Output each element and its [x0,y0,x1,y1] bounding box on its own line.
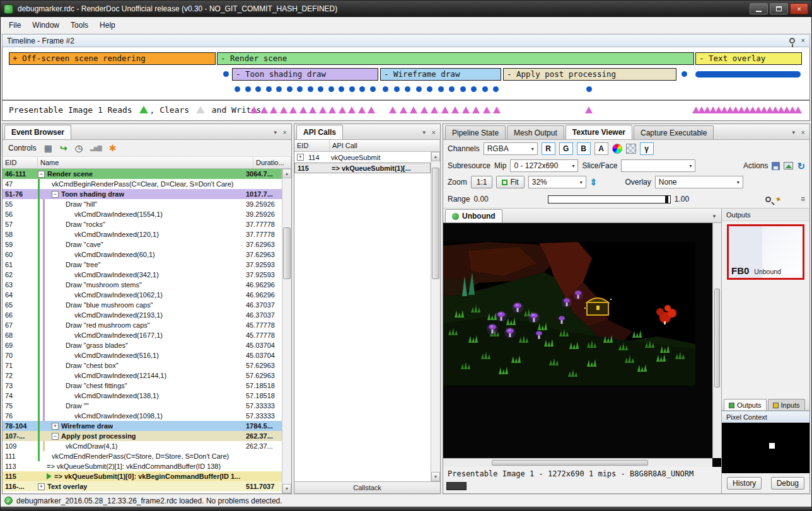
red-channel-button[interactable]: R [542,142,555,155]
minimize-button[interactable] [750,3,768,14]
channels-select[interactable]: RGBA ▾ [484,142,538,155]
event-row[interactable]: 68vkCmdDrawIndexed(1677,1)45.77778 [3,330,282,340]
search-icon[interactable] [765,197,771,202]
event-row[interactable]: 51-76−Toon shading draw1017.7... [3,189,282,199]
event-row[interactable]: 59Draw "cave"37.62963 [3,239,282,250]
range-menu-icon[interactable]: ≡ [801,195,805,204]
blue-channel-button[interactable]: B [577,142,591,155]
history-button[interactable]: History [727,477,762,490]
column-api-call[interactable]: API Call [330,140,440,151]
write-marker-triangle[interactable] [299,106,307,113]
event-row[interactable]: 70vkCmdDrawIndexed(516,1)45.03704 [3,350,282,360]
checkerboard-icon[interactable] [626,144,636,154]
alpha-channel-button[interactable]: A [594,142,608,155]
pixel-context-view[interactable] [722,423,809,473]
event-row[interactable]: 107-...−Apply post processing262.37... [3,431,282,441]
color-wheel-icon[interactable] [612,144,622,154]
write-marker-triangle[interactable] [493,106,501,113]
columns-icon[interactable]: ▦ [44,144,52,152]
texture-image[interactable] [443,242,695,386]
autofit-wand-icon[interactable]: ✦ [774,193,783,205]
scroll-down-icon[interactable]: ▼ [431,472,440,481]
event-row[interactable]: 60vkCmdDrawIndexed(60,1)37.62963 [3,250,282,260]
time-durations-icon[interactable]: ◷ [75,144,83,152]
write-marker-triangle[interactable] [441,106,449,113]
event-row[interactable]: 75Draw ""57.33333 [3,401,282,411]
column-name[interactable]: Name [38,157,253,168]
timeline-close-icon[interactable]: × [801,37,805,44]
tab-event-browser[interactable]: Event Browser [4,125,71,139]
menu-item-file[interactable]: File [3,18,26,32]
callstack-section[interactable]: Callstack [294,481,440,493]
timeline-marker-bar[interactable]: - Apply post processing [503,68,676,81]
scroll-thumb[interactable] [432,168,439,279]
panel-close-icon[interactable]: × [283,129,287,136]
event-row[interactable]: 47vkCmdBeginRenderPass(C=Clear, D=Clear,… [3,179,282,189]
write-marker-triangle[interactable] [250,106,258,113]
column-eid[interactable]: EID [294,140,330,151]
texture-horizontal-scrollbar[interactable] [443,458,712,467]
refresh-icon[interactable]: ↻ [797,161,805,171]
write-marker-triangle[interactable] [260,106,268,113]
timeline-marker-bar[interactable]: - Toon shading draw [232,68,378,81]
range-slider[interactable] [548,195,671,204]
event-row[interactable]: 72vkCmdDrawIndexed(12144,1)57.62963 [3,370,282,381]
panel-close-icon[interactable]: × [801,129,805,136]
scroll-thumb[interactable] [283,227,291,279]
event-row[interactable]: 66vkCmdDrawIndexed(2193,1)46.37037 [3,310,282,320]
write-marker-triangle[interactable] [462,106,470,113]
write-marker-triangle[interactable] [358,106,366,113]
tab-capture-executable[interactable]: Capture Executable [634,125,714,139]
slice-face-select[interactable]: ▾ [621,159,695,172]
event-row[interactable]: 113=> vkQueueSubmit(2)[1]: vkEndCommandB… [3,461,282,471]
fit-button[interactable]: Fit [496,176,524,188]
panel-close-icon[interactable]: × [432,129,436,136]
flip-vertical-icon[interactable]: ⇕ [590,178,598,187]
menu-item-window[interactable]: Window [26,18,65,32]
tab-api-calls[interactable]: API Calls [296,125,343,139]
write-marker-triangle[interactable] [389,106,397,113]
texture-display[interactable] [443,223,721,467]
texture-vertical-scrollbar[interactable] [712,223,721,458]
bookmark-icon[interactable]: ✱ [109,144,117,152]
write-marker-triangle[interactable] [309,106,316,113]
event-row[interactable]: 109vkCmdDraw(4,1)262.37... [3,441,282,451]
event-row[interactable]: 71Draw "chest box"57.62963 [3,360,282,370]
event-row[interactable]: 111vkCmdEndRenderPass(C=Store, D=Store, … [3,451,282,461]
tab-outputs[interactable]: Outputs [724,399,767,410]
statistics-icon[interactable]: ▂▅▇ [90,146,102,151]
api-call-row[interactable]: +114vkQueueSubmit [294,152,431,163]
maximize-button[interactable] [770,3,788,14]
range-max-value[interactable]: 1.00 [675,195,689,204]
write-marker-triangle[interactable] [431,106,438,113]
tab-mesh-output[interactable]: Mesh Output [507,125,564,139]
panel-menu-icon[interactable]: ▼ [273,130,278,135]
menu-item-tools[interactable]: Tools [65,18,94,32]
event-row[interactable]: 55Draw "hill"39.25926 [3,199,282,209]
tab-unbound[interactable]: Unbound [445,209,502,222]
write-marker-triangle[interactable] [410,106,417,113]
zoom-select[interactable]: 32% ▾ [528,176,586,188]
collapse-icon[interactable]: − [52,191,59,198]
timeline-marker-bar[interactable]: - Text overlay [695,52,802,65]
pin-icon[interactable] [789,38,795,43]
panel-menu-icon[interactable]: ▼ [422,130,427,135]
event-row[interactable]: 76vkCmdDrawIndexed(1098,1)57.33333 [3,411,282,421]
tab-texture-viewer[interactable]: Texture Viewer [566,125,632,139]
api-call-row[interactable]: 115=> vkQueueSubmit(1)[... [294,163,431,173]
close-button[interactable]: × [790,3,808,14]
gamma-button[interactable]: γ [640,142,654,155]
write-marker-triangle[interactable] [328,106,336,113]
expand-icon[interactable]: + [52,423,59,430]
save-icon[interactable] [772,162,780,170]
event-row[interactable]: 69Draw "grass blades"45.03704 [3,340,282,350]
event-row[interactable]: 74vkCmdDrawIndexed(138,1)57.18518 [3,391,282,401]
column-duration[interactable]: Duratio... [253,157,291,168]
timeline-marker-bar[interactable]: - Render scene [217,52,694,65]
timeline-marker-bar[interactable]: - Wireframe draw [380,68,501,81]
fb0-thumbnail[interactable]: FB0 Unbound [727,224,804,280]
write-marker-triangle[interactable] [420,106,428,113]
scroll-up-icon[interactable]: ▲ [282,169,291,178]
event-row[interactable]: 57Draw "rocks"37.77778 [3,219,282,229]
write-marker-triangle[interactable] [270,106,277,113]
